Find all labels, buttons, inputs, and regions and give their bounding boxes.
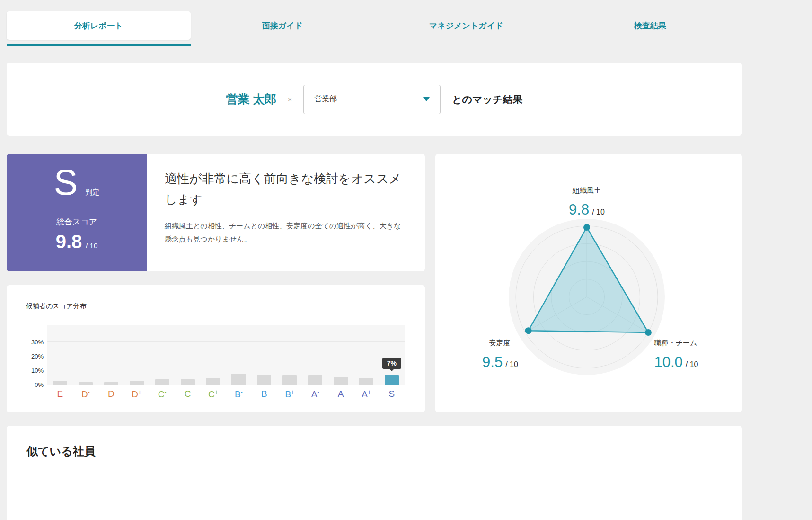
- candidate-name: 営業 太郎: [226, 91, 276, 107]
- bar-category-label: A: [338, 389, 344, 399]
- divider: [22, 206, 132, 206]
- tab-bar: 分析レポート 面接ガイド マネジメントガイド 検査結果: [7, 11, 742, 40]
- chevron-down-icon: [423, 97, 430, 101]
- bar-column-E[interactable]: E: [47, 325, 73, 385]
- bar-category-label: B+: [285, 389, 294, 400]
- bar-category-label: A-: [311, 389, 319, 400]
- bar-category-label: D: [108, 389, 115, 399]
- tab-label: 検査結果: [634, 20, 666, 31]
- tab-label: 面接ガイド: [262, 20, 303, 31]
- similar-employees-card: 似ている社員: [7, 426, 742, 520]
- tab-test-results[interactable]: 検査結果: [558, 11, 742, 40]
- score-distribution-card: 候補者のスコア分布 ED-DD+C-CC+B-BB+A-AA+S7% 0%10%…: [7, 285, 425, 412]
- match-header-card: 営業 太郎 × 営業部 とのマッチ結果: [7, 63, 742, 136]
- tab-label: マネジメントガイド: [429, 20, 503, 31]
- bar-column-C[interactable]: C: [175, 325, 201, 385]
- bar-column-A-plus[interactable]: A+: [353, 325, 379, 385]
- tab-label: 分析レポート: [74, 20, 123, 31]
- bar[interactable]: [206, 378, 220, 385]
- times-symbol: ×: [288, 95, 292, 103]
- grade-suffix: 判定: [85, 188, 99, 197]
- overall-judgment-card: S 判定 総合スコア 9.8 / 10: [7, 154, 147, 271]
- bar-category-label: A+: [362, 389, 371, 400]
- overall-score-value: 9.8: [56, 231, 82, 252]
- bar-category-label: C-: [158, 389, 167, 400]
- radar-axis-label-team: 職種・チーム: [654, 339, 697, 348]
- bar[interactable]: [130, 381, 144, 385]
- overall-score-denominator: / 10: [86, 242, 97, 250]
- bar-category-label: D-: [81, 389, 90, 400]
- bar-category-label: B-: [235, 389, 243, 400]
- bar-category-label: E: [57, 389, 63, 399]
- y-axis-tick: 30%: [20, 339, 44, 346]
- bar[interactable]: [282, 375, 297, 385]
- bar[interactable]: [181, 379, 195, 385]
- tab-analysis-report[interactable]: 分析レポート: [7, 11, 191, 40]
- score-distribution-title: 候補者のスコア分布: [26, 302, 86, 311]
- grade-row: S 判定: [54, 161, 100, 203]
- match-radar-card: 組織風土 9.8 / 10 職種・チーム 10.0 / 10 安定度 9.5 /…: [435, 154, 742, 412]
- score-distribution-bars: ED-DD+C-CC+B-BB+A-AA+S7%: [47, 325, 405, 385]
- match-result-label: とのマッチ結果: [452, 93, 522, 106]
- tab-interview-guide[interactable]: 面接ガイド: [191, 11, 375, 40]
- y-axis-tick: 0%: [20, 381, 44, 388]
- bar-column-B-plus[interactable]: B+: [277, 325, 302, 385]
- bar[interactable]: [308, 375, 322, 385]
- bar-column-D[interactable]: D: [98, 325, 124, 385]
- grade-value: S: [54, 161, 78, 203]
- bar[interactable]: [385, 375, 399, 385]
- department-dropdown[interactable]: 営業部: [303, 85, 441, 114]
- bar[interactable]: [155, 379, 169, 385]
- active-tab-underline: [7, 44, 191, 46]
- radar-value-denominator: / 10: [592, 208, 605, 216]
- radar-value-number: 9.5: [482, 354, 503, 371]
- bar[interactable]: [79, 382, 93, 385]
- bar[interactable]: [257, 375, 271, 385]
- bar-column-S[interactable]: S7%: [379, 325, 405, 385]
- similar-employees-title: 似ている社員: [26, 444, 722, 459]
- y-axis-tick: 20%: [20, 353, 44, 360]
- bar-column-D-plus[interactable]: D+: [124, 325, 150, 385]
- radar-value-denominator: / 10: [505, 360, 518, 369]
- bar-column-A-minus[interactable]: A-: [302, 325, 328, 385]
- radar-axis-value-culture: 9.8 / 10: [569, 201, 605, 218]
- judgment-row: S 判定 総合スコア 9.8 / 10 適性が非常に高く前向きな検討をオススメし…: [7, 154, 425, 271]
- bar[interactable]: [104, 382, 118, 385]
- radar-value-number: 9.8: [569, 201, 589, 218]
- bar-column-C-plus[interactable]: C+: [201, 325, 226, 385]
- radar-axis-label-stability: 安定度: [489, 339, 511, 348]
- content: 分析レポート 面接ガイド マネジメントガイド 検査結果 営業 太郎 × 営業部 …: [7, 0, 742, 520]
- bar-category-label: B: [261, 389, 267, 399]
- bar-category-label: C: [185, 389, 191, 399]
- bar-column-C-minus[interactable]: C-: [150, 325, 175, 385]
- y-axis-tick: 10%: [20, 367, 44, 374]
- bar[interactable]: [53, 381, 67, 385]
- overall-score-row: 9.8 / 10: [56, 231, 98, 252]
- radar-axis-value-team: 10.0 / 10: [654, 354, 698, 371]
- bar[interactable]: [359, 378, 373, 385]
- radar-value-denominator: / 10: [686, 360, 698, 369]
- department-dropdown-value: 営業部: [314, 94, 337, 104]
- left-column: S 判定 総合スコア 9.8 / 10 適性が非常に高く前向きな検討をオススメし…: [7, 154, 425, 412]
- overall-score-label: 総合スコア: [56, 216, 97, 227]
- bar-column-D-minus[interactable]: D-: [73, 325, 98, 385]
- radar-axis-value-stability: 9.5 / 10: [482, 354, 518, 371]
- radar-value-number: 10.0: [654, 354, 682, 371]
- tab-management-guide[interactable]: マネジメントガイド: [374, 11, 558, 40]
- bar-category-label: C+: [208, 389, 218, 400]
- bar-column-B-minus[interactable]: B-: [226, 325, 251, 385]
- main-row: S 判定 総合スコア 9.8 / 10 適性が非常に高く前向きな検討をオススメし…: [7, 154, 742, 412]
- bar-category-label: D+: [132, 389, 141, 400]
- bar-column-B[interactable]: B: [251, 325, 277, 385]
- bar-category-label: S: [389, 389, 395, 399]
- recommendation-title: 適性が非常に高く前向きな検討をオススメします: [165, 168, 407, 210]
- bar-column-A[interactable]: A: [328, 325, 353, 385]
- page: 分析レポート 面接ガイド マネジメントガイド 検査結果 営業 太郎 × 営業部 …: [0, 0, 812, 520]
- bar[interactable]: [334, 377, 348, 385]
- radar-axis-label-culture: 組織風土: [573, 186, 601, 195]
- bar[interactable]: [231, 374, 246, 385]
- bar-tooltip: 7%: [382, 358, 401, 369]
- recommendation-card: 適性が非常に高く前向きな検討をオススメします 組織風土との相性、チームとの相性、…: [147, 154, 425, 271]
- recommendation-body: 組織風土との相性、チームとの相性、安定度の全ての適性が高く、大きな懸念点も見つか…: [165, 219, 407, 246]
